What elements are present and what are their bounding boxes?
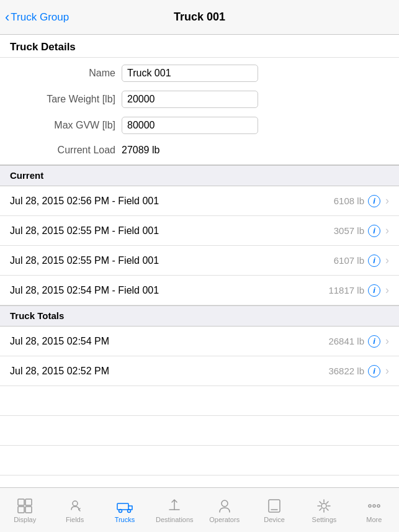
svg-point-14 [377,505,380,507]
totals-list-item[interactable]: Jul 28, 2015 02:54 PM 26841 lb i › [0,327,399,356]
tab-destinations[interactable]: Destinations [150,494,199,527]
empty-row-1 [0,386,399,416]
row-label: Jul 28, 2015 02:54 PM - Field 001 [10,285,328,296]
empty-row-3 [0,446,399,476]
operators-tab-label: Operators [209,516,240,523]
row-label: Jul 28, 2015 02:55 PM - Field 001 [10,255,334,266]
settings-tab-label: Settings [312,516,337,523]
totals-list-item[interactable]: Jul 28, 2015 02:52 PM 36822 lb i › [0,356,399,386]
svg-point-8 [222,500,228,507]
row-label: Jul 28, 2015 02:55 PM - Field 001 [10,225,334,237]
info-icon[interactable]: i [368,284,380,297]
empty-row-2 [0,416,399,446]
more-tab-label: More [366,516,382,523]
current-load-value: 27089 lb [122,145,389,156]
svg-rect-0 [18,499,24,505]
chevron-right-icon: › [385,254,389,267]
totals-section-header: Truck Totals [0,305,399,327]
tab-device[interactable]: Device [249,494,299,527]
operators-icon [216,497,233,515]
max-gvw-input[interactable] [122,117,258,134]
current-list-item[interactable]: Jul 28, 2015 02:55 PM - Field 001 6107 l… [0,246,399,276]
current-load-label: Current Load [10,145,122,156]
chevron-right-icon: › [385,224,389,237]
tab-fields[interactable]: Fields [50,494,99,527]
row-value: 26841 lb [328,336,364,346]
back-label: Truck Group [11,11,69,24]
svg-point-13 [373,505,375,507]
tab-display[interactable]: Display [0,494,50,527]
tare-weight-input[interactable] [122,91,258,108]
destinations-icon [166,497,183,515]
display-tab-label: Display [14,516,36,523]
empty-row-4 [0,476,399,487]
row-value: 3057 lb [334,225,364,236]
current-load-row: Current Load 27089 lb [0,138,399,162]
info-icon[interactable]: i [368,255,380,267]
tab-settings[interactable]: Settings [299,494,349,527]
content-area: Truck Details Name Tare Weight [lb] Max … [0,35,399,487]
name-input[interactable] [122,65,258,82]
current-rows: Jul 28, 2015 02:56 PM - Field 001 6108 l… [0,186,399,305]
truck-details-title: Truck Details [10,41,76,53]
chevron-right-icon: › [385,194,389,207]
back-button[interactable]: ‹ Truck Group [5,11,69,24]
name-label: Name [10,68,122,79]
svg-rect-9 [269,500,280,512]
tab-trucks[interactable]: Trucks [100,494,150,527]
svg-rect-1 [25,499,32,505]
display-icon [16,497,34,515]
svg-rect-5 [117,503,128,510]
device-icon [266,497,283,515]
svg-point-12 [369,505,371,507]
row-right: 26841 lb i › [328,335,389,348]
tab-operators[interactable]: Operators [200,494,249,527]
row-value: 11817 lb [328,285,364,295]
chevron-right-icon: › [385,335,389,348]
svg-point-11 [321,503,326,508]
current-section-title: Current [10,170,43,181]
info-icon[interactable]: i [368,195,380,207]
info-icon[interactable]: i [368,225,380,237]
tare-weight-label: Tare Weight [lb] [10,94,122,105]
chevron-right-icon: › [385,364,389,377]
row-right: 3057 lb i › [334,224,389,237]
device-tab-label: Device [264,516,285,523]
name-row: Name [0,60,399,86]
row-value: 6107 lb [334,255,364,266]
tab-bar: Display Fields Trucks Destinations Opera [0,487,399,532]
navigation-bar: ‹ Truck Group Truck 001 [0,0,399,35]
totals-rows: Jul 28, 2015 02:54 PM 26841 lb i › Jul 2… [0,327,399,386]
settings-icon [315,497,333,515]
tare-weight-row: Tare Weight [lb] [0,86,399,112]
chevron-left-icon: ‹ [5,11,9,24]
row-right: 6107 lb i › [334,254,389,267]
trucks-icon [116,497,133,515]
tab-more[interactable]: More [349,494,399,527]
fields-tab-label: Fields [66,516,84,523]
svg-point-6 [119,509,122,512]
max-gvw-label: Max GVW [lb] [10,120,122,131]
destinations-tab-label: Destinations [156,516,194,523]
info-icon[interactable]: i [368,365,380,377]
info-icon[interactable]: i [368,335,380,348]
truck-details-form: Name Tare Weight [lb] Max GVW [lb] Curre… [0,58,399,165]
current-list-item[interactable]: Jul 28, 2015 02:55 PM - Field 001 3057 l… [0,216,399,246]
trucks-tab-label: Trucks [115,516,135,523]
row-right: 36822 lb i › [328,364,389,377]
max-gvw-row: Max GVW [lb] [0,112,399,138]
totals-section-title: Truck Totals [10,310,64,321]
row-label: Jul 28, 2015 02:56 PM - Field 001 [10,196,334,207]
row-value: 36822 lb [328,366,364,376]
row-label: Jul 28, 2015 02:54 PM [10,336,328,347]
nav-title: Truck 001 [174,11,225,24]
current-list-item[interactable]: Jul 28, 2015 02:54 PM - Field 001 11817 … [0,276,399,305]
svg-point-7 [127,509,130,512]
row-value: 6108 lb [334,196,364,206]
truck-details-header: Truck Details [0,35,399,58]
current-section-header: Current [0,165,399,186]
svg-rect-2 [18,507,24,513]
current-list-item[interactable]: Jul 28, 2015 02:56 PM - Field 001 6108 l… [0,186,399,216]
svg-point-4 [73,501,78,506]
svg-rect-3 [25,507,32,513]
